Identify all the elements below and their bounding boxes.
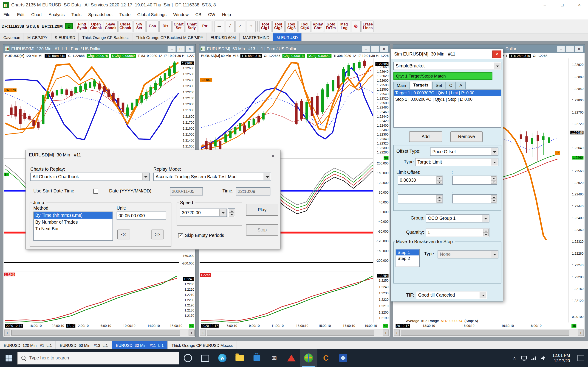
chart-scrollbar[interactable]: ‹ › <box>4 329 195 336</box>
taskbar-clock[interactable]: 12:01 PM 12/17/20 <box>548 353 574 363</box>
jump-forward-button[interactable]: >> <box>151 230 164 239</box>
step-row[interactable]: Step 1 <box>396 249 419 255</box>
chartbook-tab[interactable]: EURUSD 60M <box>207 33 240 41</box>
menu-item[interactable]: Edit <box>14 11 28 18</box>
taskbar-search[interactable]: Type here to search <box>17 352 179 365</box>
open-chart-tab[interactable]: EURUSD 120 Min #1 L:1 <box>0 341 56 349</box>
toolbar-button[interactable]: Ptr <box>199 20 211 32</box>
chart-minimize-icon[interactable]: – <box>168 45 176 52</box>
file-explorer-icon[interactable] <box>231 349 248 367</box>
trade-tab[interactable]: Targets <box>410 81 432 89</box>
target-row[interactable]: Stop 1 | 0.00200PO | Qty:1 | Stop | L: 0… <box>394 96 501 103</box>
replay-dialog-title[interactable]: EURUSD[M] 30 Min #11 <box>26 150 280 160</box>
price-scale[interactable]: 1.226851.226601.226401.226201.226001.225… <box>373 53 389 323</box>
menu-item[interactable]: Global Settings <box>134 11 170 18</box>
spin-up-icon[interactable] <box>483 229 489 233</box>
chart-close-icon[interactable]: × <box>186 45 194 52</box>
offset-field-4[interactable] <box>452 194 497 203</box>
spin-up-icon[interactable] <box>229 209 234 213</box>
drawing-tool-icon[interactable]: □ <box>246 20 256 32</box>
chart-close-icon[interactable]: × <box>575 45 583 52</box>
menu-item[interactable]: CW <box>205 11 219 18</box>
type-select[interactable]: Target: Limit <box>415 158 498 166</box>
drawing-tool-icon[interactable]: — <box>214 20 224 32</box>
toolbar-button[interactable]: Tool Cfg2 <box>272 20 285 32</box>
spin-down-icon[interactable] <box>483 233 489 236</box>
charts-to-replay-select[interactable]: All Charts in Chartbook <box>30 173 149 181</box>
tray-expand-icon[interactable]: ∧ <box>510 349 519 367</box>
list-item[interactable]: To Next Bar <box>34 225 112 232</box>
toolbar-button[interactable]: Find Symb <box>76 20 88 32</box>
chartbook-tab[interactable]: M-GBPJPY <box>24 33 51 41</box>
toolbar-button[interactable]: Close Cbook <box>118 20 132 32</box>
chart-scrollbar[interactable]: ‹ › <box>393 329 584 336</box>
speed-select[interactable]: 30720.00 <box>180 209 227 217</box>
jump-back-button[interactable]: << <box>117 230 130 239</box>
spin-down-icon[interactable] <box>229 213 234 216</box>
app-c-icon[interactable]: C <box>317 349 334 367</box>
breakeven-steps-list[interactable]: Step 1Step 2 <box>396 249 419 267</box>
scroll-thumb[interactable] <box>11 330 180 335</box>
toolbar-button[interactable]: Goto DtTm <box>325 20 337 32</box>
unit-field[interactable]: 00:05:00.000 <box>117 211 166 220</box>
chart-titlebar[interactable]: EURUSD[M] 60 Min #13 L:1 | Euro / US Dol… <box>199 44 389 53</box>
trade-tab[interactable]: Set <box>432 82 446 89</box>
open-chart-tab[interactable]: Thick Orange CP EURUSD M.scss <box>168 341 237 349</box>
group-select[interactable]: OCO Group 1 <box>426 214 489 223</box>
toolbar-button[interactable]: Save Cbook <box>104 20 118 32</box>
menu-item[interactable]: Chart <box>28 11 45 18</box>
menu-item[interactable]: Tools <box>68 11 85 18</box>
display-icon[interactable] <box>519 349 529 367</box>
time-axis[interactable]: 2020-12-1618:00:1022:00:1012.172:00:106:… <box>4 323 195 329</box>
list-item[interactable]: By Time (hh:mm:ss.ms) <box>34 212 112 219</box>
menu-item[interactable]: CB <box>192 11 205 18</box>
scroll-left-icon[interactable]: ‹ <box>394 330 400 336</box>
bracket-select[interactable]: SimpleBracket <box>393 62 502 70</box>
offset-type-select[interactable]: Price Offset <box>430 148 498 156</box>
menu-item[interactable]: File <box>0 11 14 18</box>
network-icon[interactable] <box>529 349 539 367</box>
close-icon[interactable]: × <box>571 0 588 10</box>
scroll-thumb[interactable] <box>401 330 569 335</box>
price-scale[interactable]: 1.229201.228801.228401.228001.227601.227… <box>568 53 584 323</box>
drawing-tool-icon[interactable]: ∠ <box>235 20 245 32</box>
chart-close-icon[interactable]: × <box>380 45 388 52</box>
drawing-tool-icon[interactable]: ╱ <box>225 20 234 32</box>
chart-scrollbar[interactable]: ‹ › <box>199 329 389 336</box>
menu-item[interactable]: Help <box>219 11 234 18</box>
stop-button[interactable]: Stop <box>246 224 278 236</box>
erase-icon[interactable]: ⊗ <box>351 20 361 32</box>
chart-minimize-icon[interactable]: – <box>557 45 565 52</box>
chart-minimize-icon[interactable]: – <box>362 45 370 52</box>
chart-maximize-icon[interactable]: □ <box>371 45 379 52</box>
action-center-icon[interactable] <box>574 349 588 367</box>
time-axis[interactable]: 20-12-1713:30:1015:00:1016:30:1018:00:10… <box>393 323 584 329</box>
skip-empty-periods-checkbox[interactable]: ✓ <box>178 233 183 238</box>
chartbook-tab[interactable]: S-EURUSD <box>51 33 79 41</box>
chartbook-tab[interactable]: M-EURUSD <box>273 33 301 41</box>
scroll-left-icon[interactable]: ‹ <box>4 330 10 336</box>
spin-down-icon[interactable] <box>491 180 496 184</box>
chartbook-tab[interactable]: MASTERMIND <box>240 33 273 41</box>
menu-item[interactable]: Trade <box>116 11 134 18</box>
trade-tab[interactable]: Main <box>393 82 409 89</box>
toolbar-button[interactable]: Srv Set <box>133 20 145 32</box>
date-field[interactable]: 2020-11-05 <box>170 187 203 195</box>
speed-spinner[interactable] <box>228 208 235 217</box>
open-chart-tab[interactable]: EURUSD 30 Min #11 L:1 <box>112 341 168 349</box>
chart-titlebar[interactable]: EURUSD[M] 120 Min #1 L:1 | Euro / US Dol… <box>3 44 195 53</box>
volume-icon[interactable] <box>539 349 548 367</box>
trade-tab[interactable]: C <box>446 82 456 89</box>
store-icon[interactable] <box>248 349 266 367</box>
spin-up-icon[interactable] <box>491 176 496 180</box>
breakeven-type-select[interactable]: None <box>438 250 498 259</box>
jump-method-list[interactable]: By Time (hh:mm:ss.ms)By Number of Trades… <box>33 211 113 241</box>
maximize-icon[interactable]: □ <box>553 0 571 10</box>
tif-select[interactable]: Good till Canceled <box>416 291 487 299</box>
start-button[interactable] <box>0 349 17 367</box>
chartbook-tab[interactable]: Thick Orange CP Backtest M-GBPJPY <box>132 33 207 41</box>
scroll-left-icon[interactable]: ‹ <box>200 330 206 336</box>
limit-offset-field[interactable]: 0.00030 <box>398 176 443 185</box>
chartbook-tab[interactable]: Caveman <box>0 33 24 41</box>
spin-down-icon[interactable] <box>436 180 442 184</box>
